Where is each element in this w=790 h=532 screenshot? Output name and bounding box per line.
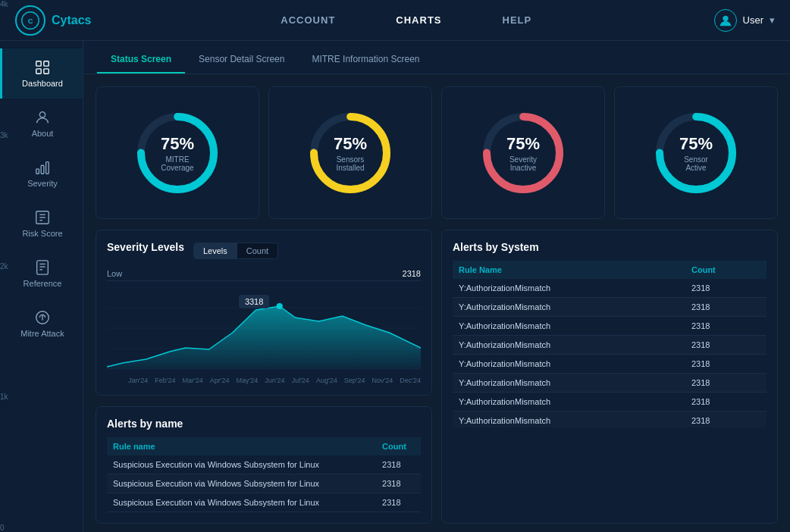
sidebar-item-label-riskscore: Risk Score (22, 229, 62, 238)
alert-count: 2318 (376, 474, 421, 493)
alert-count: 2318 (376, 493, 421, 512)
sidebar-item-label-reference: Reference (24, 279, 62, 288)
donut-card-mitre-coverage: 75% MITRE Coverage (96, 86, 259, 219)
system-count: 2318 (685, 336, 766, 355)
svg-rect-3 (36, 61, 41, 66)
table-row: Y:AuthorizationMismatch2318 (453, 393, 766, 412)
sidebar-item-riskscore[interactable]: Risk Score (0, 199, 83, 249)
alert-rule-name: Suspicious Execution via Windows Subsyst… (107, 493, 376, 512)
alerts-by-name-table: Rule name Count Suspicious Execution via… (107, 437, 421, 512)
donut-chart-sensors: 75% Sensors Installed (305, 108, 396, 199)
top-navigation: C Cytacs ACCOUNT CHARTS HELP User ▾ (0, 0, 790, 41)
alerts-by-system-table: Rule Name Count Y:AuthorizationMismatch2… (453, 261, 766, 427)
donut-chart-mitre: 75% MITRE Coverage (132, 108, 223, 199)
sys-col-count: Count (685, 261, 766, 279)
sidebar-item-dashboard[interactable]: Dashboard (0, 49, 83, 99)
chart-plot: 3318 (107, 287, 421, 384)
donut-pct-mitre: 75% (155, 134, 200, 154)
system-rule-name: Y:AuthorizationMismatch (453, 393, 685, 412)
table-row: Y:AuthorizationMismatch2318 (453, 412, 766, 428)
x-feb: Feb'24 (155, 377, 175, 384)
sidebar-item-severity[interactable]: Severity (0, 149, 83, 199)
sys-col-rule-name: Rule Name (453, 261, 685, 279)
x-jul: Jul'24 (292, 377, 309, 384)
severity-levels-title: Severity Levels (107, 241, 184, 253)
donut-pct-severity-inactive: 75% (500, 134, 546, 154)
sidebar-item-label-mitre: Mitre Attack (20, 329, 64, 338)
system-count: 2318 (685, 317, 766, 336)
sidebar-item-mitre[interactable]: Mitre Attack (0, 299, 83, 349)
x-sep: Sep'24 (344, 377, 365, 384)
donut-card-sensor-active: 75% Sensor Active (614, 86, 778, 219)
donut-card-severity-inactive: 75% Severity Inactive (441, 86, 605, 219)
table-row: Y:AuthorizationMismatch2318 (453, 279, 766, 298)
alert-count: 2318 (376, 455, 421, 474)
alerts-by-name-table-scroll[interactable]: Rule name Count Suspicious Execution via… (107, 437, 421, 512)
svg-rect-6 (44, 69, 49, 74)
table-row: Suspicious Execution via Windows Subsyst… (107, 474, 421, 493)
table-row: Y:AuthorizationMismatch2318 (453, 355, 766, 374)
alerts-by-system-table-scroll[interactable]: Rule Name Count Y:AuthorizationMismatch2… (453, 261, 766, 427)
sidebar-item-label-severity: Severity (27, 179, 58, 188)
right-column: Alerts by System Rule Name Count Y:Autho… (441, 230, 778, 524)
donut-card-sensors-installed: 75% Sensors Installed (268, 86, 432, 219)
severity-level-row-low: Low 2318 (107, 267, 421, 281)
donut-label-sensors: Sensors Installed (328, 155, 373, 172)
pill-count: Count (237, 243, 277, 258)
donut-label-severity-inactive: Severity Inactive (500, 155, 546, 172)
level-count: 2318 (403, 269, 421, 278)
nav-charts[interactable]: CHARTS (396, 14, 441, 26)
logo-text: Cytacs (52, 14, 91, 27)
level-name: Low (107, 269, 122, 278)
chart-tooltip: 3318 (239, 295, 269, 308)
alerts-by-system-card: Alerts by System Rule Name Count Y:Autho… (441, 230, 778, 524)
col-rule-name: Rule name (107, 437, 376, 455)
severity-pill-group: Levels Count (193, 243, 278, 259)
alerts-by-system-title: Alerts by System (453, 241, 766, 253)
svg-point-34 (277, 303, 283, 309)
tab-status-screen[interactable]: Status Screen (97, 46, 185, 74)
chevron-down-icon: ▾ (770, 14, 775, 26)
table-row: Y:AuthorizationMismatch2318 (453, 298, 766, 317)
sidebar-item-label-dashboard: Dashboard (22, 79, 63, 88)
svg-rect-9 (41, 165, 44, 174)
system-rule-name: Y:AuthorizationMismatch (453, 412, 685, 428)
table-row: Y:AuthorizationMismatch2318 (453, 317, 766, 336)
x-dec: Dec'24 (400, 377, 421, 384)
main-content: Status Screen Sensor Detail Screen MITRE… (83, 41, 790, 532)
tab-mitre-info[interactable]: MITRE Information Screen (298, 46, 433, 74)
table-row: Suspicious Execution via Windows Subsyst… (107, 493, 421, 512)
sidebar-item-about[interactable]: About (0, 99, 83, 149)
x-jun: Jun'24 (265, 377, 284, 384)
svg-rect-5 (36, 69, 41, 74)
x-aug: Aug'24 (316, 377, 337, 384)
system-count: 2318 (685, 412, 766, 428)
donut-label-mitre: MITRE Coverage (155, 155, 200, 172)
logo-icon: C (15, 5, 45, 36)
main-layout: Dashboard About Severity Risk Score Refe… (0, 41, 790, 532)
nav-links: ACCOUNT CHARTS HELP (99, 14, 714, 26)
system-rule-name: Y:AuthorizationMismatch (453, 336, 685, 355)
user-menu[interactable]: User ▾ (714, 9, 775, 32)
system-rule-name: Y:AuthorizationMismatch (453, 355, 685, 374)
system-rule-name: Y:AuthorizationMismatch (453, 317, 685, 336)
user-avatar (714, 9, 737, 32)
system-rule-name: Y:AuthorizationMismatch (453, 374, 685, 393)
system-count: 2318 (685, 355, 766, 374)
tab-sensor-detail[interactable]: Sensor Detail Screen (185, 46, 298, 74)
svg-point-2 (723, 15, 728, 20)
pill-levels[interactable]: Levels (194, 243, 237, 258)
donut-chart-severity-inactive: 75% Severity Inactive (478, 108, 569, 199)
x-jan: Jan'24 (128, 377, 148, 384)
donut-chart-sensor-active: 75% Sensor Active (650, 108, 741, 199)
bottom-row: Severity Levels Levels Count Low 2318 (96, 230, 778, 524)
nav-account[interactable]: ACCOUNT (281, 14, 335, 26)
nav-help[interactable]: HELP (503, 14, 532, 26)
alert-rule-name: Suspicious Execution via Windows Subsyst… (107, 455, 376, 474)
donut-cards-row: 75% MITRE Coverage 75% Sen (96, 86, 778, 219)
sidebar-item-label-about: About (32, 129, 54, 138)
svg-rect-8 (36, 169, 39, 174)
sidebar-item-reference[interactable]: Reference (0, 249, 83, 299)
table-row: Suspicious Execution via Windows Subsyst… (107, 455, 421, 474)
svg-rect-4 (44, 61, 49, 66)
